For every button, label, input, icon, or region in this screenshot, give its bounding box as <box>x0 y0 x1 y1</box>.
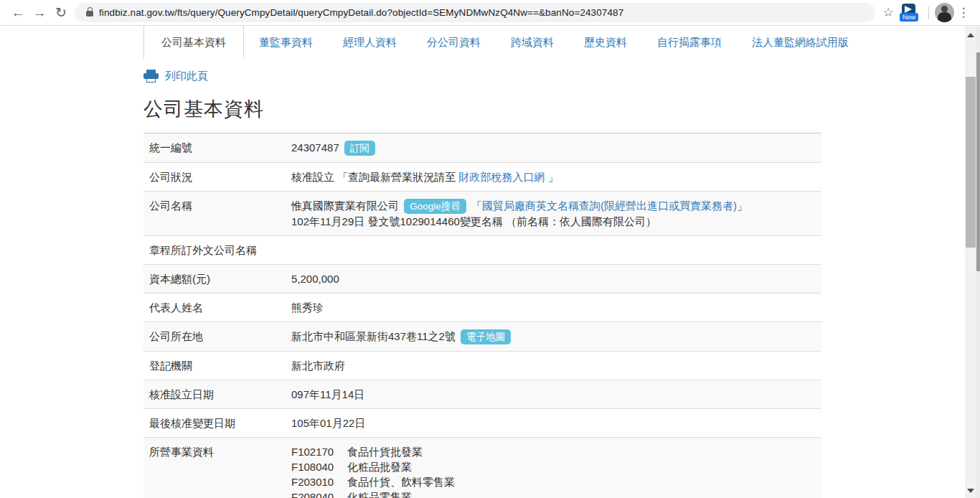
address-bar[interactable]: findbiz.nat.gov.tw/fts/query/QueryCmpyDe… <box>75 3 875 22</box>
capital-amount: 5,200,000 <box>291 271 816 286</box>
tab-label: 分公司資料 <box>427 36 481 50</box>
url-text: findbiz.nat.gov.tw/fts/query/QueryCmpyDe… <box>99 7 623 18</box>
row-business-scope: 所營事業資料 F102170 食品什貨批發業 F108040 化粧品批發業 F2… <box>143 438 821 498</box>
name-quote-open: 「 <box>471 199 482 212</box>
tab-managers[interactable]: 經理人資料 <box>328 26 412 59</box>
tax-portal-link[interactable]: 財政部稅務入口網 <box>458 171 545 183</box>
ban-number: 24307487 <box>291 141 339 154</box>
back-icon[interactable]: ← <box>7 3 29 23</box>
tab-label: 跨域資料 <box>511 36 554 50</box>
row-value: 24307487 訂閱 <box>291 140 816 156</box>
registration-authority: 新北市政府 <box>291 358 816 373</box>
business-item: F102170 食品什貨批發業 <box>291 444 816 459</box>
tab-history[interactable]: 歷史資料 <box>569 26 642 59</box>
toolbar-divider <box>928 6 929 19</box>
row-label: 代表人姓名 <box>149 300 291 315</box>
subscribe-button[interactable]: 訂閱 <box>344 141 375 156</box>
row-label: 公司名稱 <box>149 198 291 229</box>
business-item: F208040 化粧品零售業 <box>291 489 816 498</box>
business-items: F102170 食品什貨批發業 F108040 化粧品批發業 F203010 食… <box>291 444 816 498</box>
established-date: 097年11月14日 <box>291 387 816 402</box>
company-name: 惟真國際實業有限公司 <box>291 199 399 212</box>
business-item: F203010 食品什貨、飲料零售業 <box>291 474 816 489</box>
representative-name: 熊秀珍 <box>291 300 816 315</box>
business-item: F108040 化粧品批發業 <box>291 459 816 474</box>
page-title: 公司基本資料 <box>143 96 832 122</box>
extension-new-icon[interactable]: New <box>900 4 918 22</box>
row-foreign-name: 章程所訂外文公司名稱 <box>143 236 821 265</box>
company-detail-table: 統一編號 24307487 訂閱 公司狀況 核准設立 「查詢最新營業狀況請至 財… <box>143 133 821 498</box>
name-quote-close: 」 <box>737 199 748 212</box>
row-label: 所營事業資料 <box>149 444 291 498</box>
row-capital: 資本總額(元) 5,200,000 <box>143 265 821 293</box>
row-value: 核准設立 「查詢最新營業狀況請至 財政部稅務入口網 」 <box>291 169 816 184</box>
browser-toolbar: ← → ↻ findbiz.nat.gov.tw/fts/query/Query… <box>0 0 980 26</box>
row-value: 惟真國際實業有限公司 Google搜尋 「國貿局廠商英文名稱查詢(限經營出進口或… <box>291 198 816 229</box>
row-label: 公司狀況 <box>149 169 291 184</box>
tab-label: 董監事資料 <box>259 36 313 50</box>
last-change-date: 105年01月22日 <box>291 415 816 431</box>
profile-avatar[interactable] <box>935 3 954 22</box>
status-quote-open: 「查詢最新營業狀況請至 <box>337 171 456 183</box>
row-value: 新北市中和區景新街437巷11之2號 電子地圖 <box>291 329 816 344</box>
row-label: 登記機關 <box>149 358 291 373</box>
print-page-link[interactable]: 列印此頁 <box>165 70 208 83</box>
forward-icon[interactable]: → <box>29 3 50 23</box>
row-address: 公司所在地 新北市中和區景新街437巷11之2號 電子地圖 <box>143 322 821 352</box>
refresh-icon[interactable]: ↻ <box>50 3 72 23</box>
row-last-change-date: 最後核准變更日期 105年01月22日 <box>143 409 821 438</box>
row-authority: 登記機關 新北市政府 <box>143 352 821 380</box>
printer-icon[interactable] <box>143 70 159 83</box>
row-established-date: 核准設立日期 097年11月14日 <box>143 380 821 409</box>
row-label: 核准設立日期 <box>149 387 291 402</box>
company-address: 新北市中和區景新街437巷11之2號 <box>291 330 456 342</box>
tab-label: 公司基本資料 <box>161 36 226 50</box>
english-name-query-link[interactable]: 國貿局廠商英文名稱查詢(限經營出進口或買賣業務者) <box>482 199 737 212</box>
row-label: 資本總額(元) <box>149 271 291 286</box>
window-scrollbar[interactable] <box>976 27 980 498</box>
lock-icon <box>86 11 93 17</box>
tab-directors[interactable]: 董監事資料 <box>244 26 328 59</box>
scroll-up-icon[interactable] <box>967 33 974 37</box>
tab-cross-domain[interactable]: 跨域資料 <box>496 26 569 59</box>
main-content: 列印此頁 公司基本資料 統一編號 24307487 訂閱 公司狀況 核准設立 「… <box>0 68 832 498</box>
status-value: 核准設立 <box>291 171 334 183</box>
row-label: 最後核准變更日期 <box>149 415 291 431</box>
row-label: 公司所在地 <box>149 329 291 344</box>
tab-label: 法人董監網絡試用版 <box>752 36 849 50</box>
name-change-history: 102年11月29日 發文號1029014460變更名稱 （前名稱：依人國際有限… <box>291 214 816 229</box>
frame-scrollbar[interactable] <box>965 27 976 498</box>
row-status: 公司狀況 核准設立 「查詢最新營業狀況請至 財政部稅務入口網 」 <box>143 163 821 192</box>
row-label: 章程所訂外文公司名稱 <box>149 243 291 258</box>
tab-label: 歷史資料 <box>584 36 627 50</box>
tab-label: 自行揭露事項 <box>657 36 722 50</box>
tab-company-basic[interactable]: 公司基本資料 <box>143 26 244 59</box>
google-search-button[interactable]: Google搜尋 <box>404 199 466 214</box>
row-ban: 統一編號 24307487 訂閱 <box>143 133 821 163</box>
tab-branches[interactable]: 分公司資料 <box>412 26 496 59</box>
window-scrollbar-thumb[interactable] <box>976 52 980 271</box>
menu-dots-icon[interactable]: ⋮ <box>954 5 973 20</box>
scroll-down-icon[interactable] <box>967 489 974 493</box>
extension-arrow-icon <box>905 6 912 13</box>
status-quote-close: 」 <box>548 171 559 183</box>
detail-tabs: 公司基本資料 董監事資料 經理人資料 分公司資料 跨域資料 歷史資料 自行揭露事… <box>0 26 980 59</box>
row-company-name: 公司名稱 惟真國際實業有限公司 Google搜尋 「國貿局廠商英文名稱查詢(限經… <box>143 192 821 236</box>
row-label: 統一編號 <box>149 140 291 156</box>
row-value <box>291 243 816 258</box>
company-name-line: 惟真國際實業有限公司 Google搜尋 「國貿局廠商英文名稱查詢(限經營出進口或… <box>291 198 816 214</box>
tab-director-network-trial[interactable]: 法人董監網絡試用版 <box>737 26 864 59</box>
new-badge: New <box>900 13 918 22</box>
print-page-row: 列印此頁 <box>143 68 832 84</box>
tab-self-disclosure[interactable]: 自行揭露事項 <box>642 26 737 59</box>
row-representative: 代表人姓名 熊秀珍 <box>143 293 821 322</box>
frame-scrollbar-thumb[interactable] <box>966 77 976 248</box>
tab-label: 經理人資料 <box>343 36 397 50</box>
e-map-button[interactable]: 電子地圖 <box>461 329 511 344</box>
bookmark-star-icon[interactable]: ☆ <box>878 5 898 20</box>
